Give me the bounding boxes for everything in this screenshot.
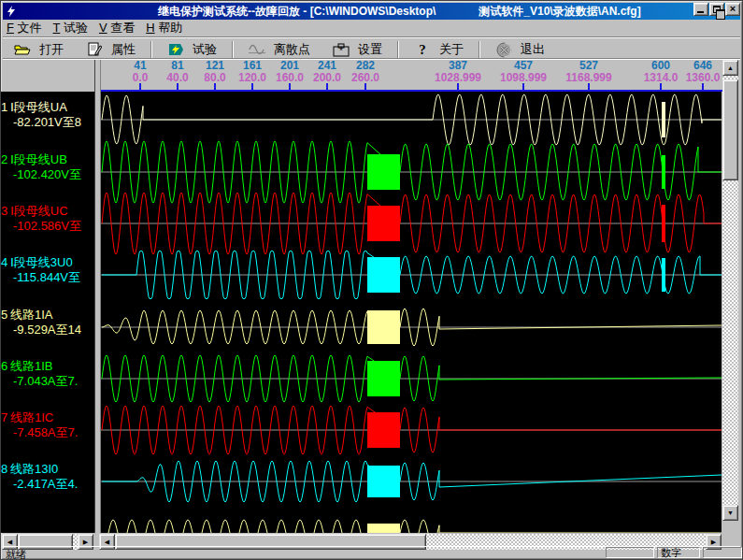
ruler-tick-81: 8140.0 bbox=[166, 60, 188, 84]
cursor-marker-channel-1[interactable] bbox=[662, 102, 665, 137]
status-ready-text: 就绪 bbox=[6, 548, 26, 560]
window-title: 继电保护测试系统--故障回放 - [C:\WINDOWS\Desktop\ bbox=[158, 4, 436, 20]
channel-label-8[interactable]: 8线路13I0-2.417A至4. bbox=[1, 462, 94, 492]
cursor-marker-channel-2[interactable] bbox=[662, 155, 665, 189]
exit-button[interactable]: 退出 bbox=[484, 39, 556, 60]
fault-burst-block-channel-8 bbox=[367, 466, 400, 497]
discrete-button[interactable]: 离散点 bbox=[237, 39, 321, 60]
tick-mark bbox=[364, 83, 366, 90]
tick-mark bbox=[457, 83, 459, 90]
channel-name: 4Ⅰ段母线3U0 bbox=[1, 255, 94, 270]
sine-wave-icon bbox=[249, 42, 265, 57]
tick-mark bbox=[702, 83, 704, 90]
window-title-path: 测试软件_V10\录波数据\AN.cfg] bbox=[479, 4, 640, 20]
settings-button[interactable]: *设置 bbox=[321, 39, 393, 60]
settings-icon: * bbox=[333, 42, 350, 57]
menu-item-f[interactable]: F 文件 bbox=[3, 19, 50, 37]
menu-divider bbox=[3, 36, 740, 38]
title-bar[interactable]: 继电保护测试系统--故障回放 - [C:\WINDOWS\Desktop\ 测试… bbox=[3, 3, 740, 20]
channel-number: 4 bbox=[1, 255, 10, 270]
cursor-marker-channel-4[interactable] bbox=[662, 258, 665, 292]
fault-burst-block-channel-6 bbox=[367, 361, 400, 396]
properties-icon bbox=[86, 42, 103, 57]
svg-text:?: ? bbox=[419, 42, 426, 57]
menu-accelerator: T bbox=[53, 21, 61, 35]
channel-name: 7线路1IC bbox=[1, 410, 94, 425]
close-button[interactable]: × bbox=[725, 3, 740, 16]
arrow-up-icon: ▲ bbox=[727, 65, 734, 71]
channel-name: 3Ⅰ段母线UC bbox=[1, 204, 94, 219]
channel-range: -102.586V至 bbox=[1, 219, 94, 234]
channel-range: -9.529A至14 bbox=[1, 323, 94, 337]
panel-divider[interactable] bbox=[94, 60, 101, 533]
channel-number: 3 bbox=[1, 204, 10, 219]
minimize-icon bbox=[697, 11, 704, 13]
ruler-tick-41: 410.0 bbox=[133, 60, 149, 84]
waveform-canvas[interactable] bbox=[101, 92, 722, 533]
channel-name: 1Ⅰ段母线UA bbox=[1, 100, 94, 115]
status-panel-1 bbox=[606, 547, 654, 558]
channel-label-3[interactable]: 3Ⅰ段母线UC-102.586V至 bbox=[1, 204, 94, 234]
menu-bar: F 文件T 试验V 查看H 帮助 bbox=[3, 20, 740, 36]
ruler-tick-527: 5271168.999 bbox=[565, 60, 611, 84]
about-button-label: 关于 bbox=[439, 41, 464, 58]
vertical-scrollbar[interactable]: ▲ ▼ bbox=[722, 60, 739, 521]
properties-button[interactable]: 属性 bbox=[75, 39, 147, 60]
restore-icon bbox=[713, 6, 721, 13]
channel-range: -2.417A至4. bbox=[1, 477, 94, 492]
ruler-tick-161: 161120.0 bbox=[238, 60, 266, 84]
tick-mark bbox=[660, 83, 662, 90]
channel-label-2[interactable]: 2Ⅰ段母线UB-102.420V至 bbox=[1, 152, 94, 182]
channel-number: 5 bbox=[1, 308, 10, 323]
channel-label-5[interactable]: 5线路1IA-9.529A至14 bbox=[1, 308, 94, 337]
ruler-tick-282: 282260.0 bbox=[351, 60, 379, 84]
scroll-up-button[interactable]: ▲ bbox=[722, 60, 738, 76]
open-button[interactable]: 打开 bbox=[3, 39, 75, 60]
menu-item-t[interactable]: T 试验 bbox=[50, 19, 95, 37]
app-icon bbox=[5, 5, 18, 18]
test-button-label: 试验 bbox=[193, 41, 217, 58]
channel-name: 8线路13I0 bbox=[1, 462, 94, 477]
exit-icon bbox=[495, 42, 512, 57]
menu-item-v[interactable]: V 查看 bbox=[95, 19, 142, 37]
waveform-plot-area[interactable] bbox=[101, 92, 722, 533]
tick-mark bbox=[139, 83, 141, 90]
tick-mark bbox=[251, 83, 253, 90]
menu-accelerator: H bbox=[146, 21, 154, 35]
open-folder-icon bbox=[14, 42, 31, 57]
arrow-left-icon: ◀ bbox=[105, 538, 109, 545]
channel-name: 6线路1IB bbox=[1, 359, 94, 374]
minimize-button[interactable] bbox=[693, 3, 708, 16]
channel-range: -7.043A至7. bbox=[1, 374, 94, 389]
ruler-tick-387: 3871028.999 bbox=[435, 60, 481, 84]
ruler-tick-600: 6001314.0 bbox=[644, 60, 679, 84]
svg-text:*: * bbox=[339, 46, 343, 56]
restore-button[interactable] bbox=[709, 3, 724, 16]
app-window: 继电保护测试系统--故障回放 - [C:\WINDOWS\Desktop\ 测试… bbox=[0, 0, 743, 560]
about-question-icon: ? bbox=[414, 42, 431, 57]
channel-label-4[interactable]: 4Ⅰ段母线3U0-115.844V至 bbox=[1, 255, 94, 285]
channel-number: 2 bbox=[1, 152, 10, 167]
ruler-tick-646: 6461360.0 bbox=[686, 60, 721, 84]
scroll-down-button[interactable]: ▼ bbox=[722, 505, 738, 521]
menu-item-h[interactable]: H 帮助 bbox=[142, 19, 190, 37]
fault-burst-block-channel-2 bbox=[367, 154, 400, 190]
test-bolt-icon bbox=[167, 42, 184, 57]
fault-burst-block-channel-9 bbox=[367, 524, 400, 533]
vertical-scroll-thumb[interactable] bbox=[722, 79, 738, 180]
about-button[interactable]: ?关于 bbox=[403, 39, 475, 60]
toolbar-separator bbox=[479, 41, 480, 58]
channel-label-panel: 1Ⅰ段母线UA-82.201V至82Ⅰ段母线UB-102.420V至3Ⅰ段母线U… bbox=[1, 92, 94, 533]
test-button[interactable]: 试验 bbox=[156, 39, 228, 60]
channel-number: 1 bbox=[1, 100, 10, 115]
channel-number: 8 bbox=[1, 462, 10, 477]
tick-mark bbox=[522, 83, 524, 90]
channel-label-6[interactable]: 6线路1IB-7.043A至7. bbox=[1, 359, 94, 389]
time-ruler[interactable]: 410.08140.012180.0161120.0201160.0241200… bbox=[98, 60, 722, 92]
ruler-tick-241: 241200.0 bbox=[313, 60, 341, 84]
cursor-marker-channel-3[interactable] bbox=[662, 205, 665, 242]
arrow-right-icon: ▶ bbox=[83, 538, 88, 545]
channel-label-7[interactable]: 7线路1IC-7.458A至7. bbox=[1, 410, 94, 440]
channel-label-1[interactable]: 1Ⅰ段母线UA-82.201V至8 bbox=[1, 100, 94, 130]
channel-name: 2Ⅰ段母线UB bbox=[1, 152, 94, 167]
